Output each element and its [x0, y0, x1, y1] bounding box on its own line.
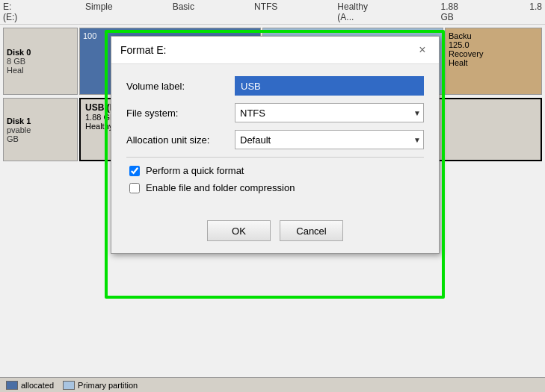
col-healthy: Healthy (A...: [337, 1, 381, 22]
legend-allocated-box: [6, 381, 18, 390]
dialog-footer: OK Cancel: [111, 211, 439, 253]
status-bar: allocated Primary partition: [0, 377, 545, 392]
disk0-right-size: 125.0: [449, 40, 538, 49]
format-dialog: Format E: × Volume label: File system: N…: [111, 36, 440, 254]
file-system-row: File system: NTFS FAT32 exFAT ▼: [126, 103, 424, 122]
file-system-label: File system:: [126, 108, 235, 119]
disk1-size: GB: [7, 134, 74, 143]
quick-format-row: Perform a quick format: [126, 165, 424, 176]
legend-allocated: allocated: [6, 381, 54, 390]
allocation-label: Allocation unit size:: [126, 134, 235, 146]
close-button[interactable]: ×: [415, 43, 430, 57]
volume-label-input[interactable]: [235, 76, 424, 96]
quick-format-checkbox[interactable]: [129, 166, 140, 176]
disk0-right-recovery: Recovery: [449, 49, 538, 58]
volume-label-text: Volume label:: [126, 81, 235, 92]
cancel-button[interactable]: Cancel: [280, 220, 343, 241]
disk1-name: Disk 1: [7, 116, 74, 125]
disk0-name: Disk 0: [7, 48, 74, 57]
compression-row: Enable file and folder compression: [126, 182, 424, 193]
col-basic: Basic: [173, 1, 194, 22]
file-system-select-wrapper: NTFS FAT32 exFAT ▼: [235, 103, 424, 122]
disk1-type: pvable: [7, 125, 74, 134]
col-ntfs: NTFS: [254, 1, 277, 22]
separator: [126, 157, 424, 158]
file-system-select[interactable]: NTFS FAT32 exFAT: [235, 103, 424, 122]
compression-checkbox[interactable]: [129, 183, 140, 193]
dialog-titlebar: Format E: ×: [111, 37, 439, 64]
col-extra: 1.8: [529, 1, 542, 22]
disk0-type: Heal: [7, 66, 74, 75]
volume-label-row: Volume label:: [126, 76, 424, 96]
disk0-right-label: Backu: [449, 31, 538, 40]
disk0-right-status: Healt: [449, 58, 538, 67]
disk0-size: 8 GB: [7, 57, 74, 66]
disk0-label: Disk 0 8 GB Heal: [3, 28, 78, 95]
col-size: 1.88 GB: [441, 1, 470, 22]
legend-allocated-label: allocated: [21, 381, 54, 390]
allocation-row: Allocation unit size: Default 512 1024 2…: [126, 130, 424, 149]
col-e: E: (E:): [3, 1, 25, 22]
legend-primary-label: Primary partition: [78, 381, 138, 390]
legend-primary: Primary partition: [63, 381, 138, 390]
allocation-select-wrapper: Default 512 1024 2048 4096 ▼: [235, 130, 424, 149]
disk0-right-partition[interactable]: Backu 125.0 Recovery Healt: [445, 28, 542, 95]
quick-format-label: Perform a quick format: [146, 165, 244, 176]
legend-primary-box: [63, 381, 75, 390]
ok-button[interactable]: OK: [207, 220, 271, 241]
dialog-title: Format E:: [120, 44, 166, 56]
column-headers: E: (E:) Simple Basic NTFS Healthy (A... …: [0, 0, 545, 25]
disk1-label: Disk 1 pvable GB: [3, 98, 78, 161]
col-simple: Simple: [85, 1, 113, 22]
compression-label: Enable file and folder compression: [146, 182, 295, 193]
disk0-partition-size: 100: [83, 31, 96, 40]
allocation-select[interactable]: Default 512 1024 2048 4096: [235, 130, 424, 149]
dialog-body: Volume label: File system: NTFS FAT32 ex…: [111, 64, 439, 211]
